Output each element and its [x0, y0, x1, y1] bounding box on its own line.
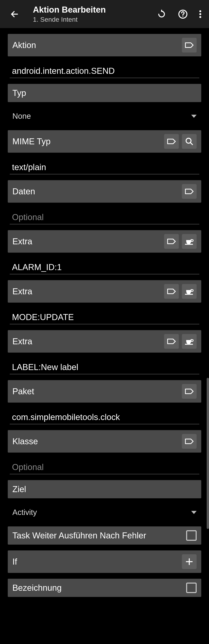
section-label: Paket [12, 386, 180, 396]
coffee-icon [185, 288, 194, 295]
tag-button[interactable] [164, 234, 179, 249]
page-subtitle: 1. Sende Intent [33, 16, 157, 23]
tag-button[interactable] [182, 38, 197, 52]
section-extra-3: Extra [8, 330, 201, 352]
tag-icon [185, 388, 194, 394]
coffee-icon [185, 238, 194, 245]
chevron-down-icon [191, 511, 197, 514]
svg-rect-8 [185, 244, 193, 245]
search-button[interactable] [182, 134, 197, 149]
section-typ: Typ [8, 84, 201, 102]
aktion-input[interactable]: android.intent.action.SEND [10, 62, 199, 78]
dropdown-value: None [12, 112, 191, 120]
typ-dropdown[interactable]: None [8, 108, 201, 124]
coffee-button[interactable] [182, 334, 197, 349]
svg-point-5 [199, 16, 201, 18]
tag-button[interactable] [182, 184, 197, 199]
svg-rect-9 [185, 294, 193, 295]
extra1-input[interactable]: ALARM_ID:1 [10, 258, 199, 274]
section-bezeichnung[interactable]: Bezeichnung [8, 579, 201, 597]
undo-button[interactable] [157, 9, 166, 19]
section-if: If [8, 550, 201, 573]
section-extra-2: Extra [8, 280, 201, 303]
klasse-input[interactable]: Optional [10, 458, 199, 474]
mime-input[interactable]: text/plain [10, 158, 199, 174]
chevron-down-icon [191, 115, 197, 118]
page-title: Aktion Bearbeiten [33, 5, 157, 14]
coffee-icon [185, 338, 194, 345]
section-aktion: Aktion [8, 34, 201, 56]
section-label: Typ [12, 88, 197, 98]
tag-icon [167, 288, 176, 294]
coffee-button[interactable] [182, 234, 197, 249]
section-extra-1: Extra [8, 230, 201, 253]
section-label: If [12, 557, 180, 566]
section-label: Extra [12, 336, 164, 346]
svg-rect-10 [185, 344, 193, 345]
section-mime: MIME Typ [8, 130, 201, 153]
section-label: Aktion [12, 40, 180, 50]
tag-button[interactable] [164, 284, 179, 299]
tag-icon [167, 138, 176, 144]
ziel-dropdown[interactable]: Activity [8, 504, 201, 520]
section-label: Bezeichnung [12, 583, 184, 593]
app-bar: Aktion Bearbeiten 1. Sende Intent [0, 0, 209, 28]
section-label: Klasse [12, 436, 180, 446]
section-paket: Paket [8, 380, 201, 402]
tag-icon [185, 438, 194, 444]
section-label: Extra [12, 236, 164, 246]
tag-button[interactable] [182, 384, 197, 399]
daten-input[interactable]: Optional [10, 208, 199, 224]
scrollbar-thumb[interactable] [207, 378, 209, 529]
overflow-menu-button[interactable] [199, 10, 201, 18]
bezeichnung-checkbox[interactable] [186, 582, 197, 593]
tag-button[interactable] [164, 334, 179, 349]
svg-point-3 [199, 10, 201, 12]
add-if-button[interactable] [182, 554, 197, 569]
help-button[interactable] [178, 9, 188, 19]
section-label: Ziel [12, 484, 197, 494]
coffee-button[interactable] [182, 284, 197, 299]
section-label: Daten [12, 186, 180, 196]
back-button[interactable] [8, 7, 21, 21]
dropdown-value: Activity [12, 508, 191, 517]
continue-checkbox[interactable] [186, 530, 197, 541]
tag-button[interactable] [182, 434, 197, 449]
section-ziel: Ziel [8, 480, 201, 498]
tag-icon [167, 338, 176, 344]
section-daten: Daten [8, 180, 201, 203]
section-label: MIME Typ [12, 136, 164, 146]
titles: Aktion Bearbeiten 1. Sende Intent [33, 5, 157, 23]
extra3-input[interactable]: LABEL:New label [10, 358, 199, 374]
search-icon [185, 137, 194, 146]
tag-icon [185, 188, 194, 194]
section-klasse: Klasse [8, 430, 201, 452]
paket-input[interactable]: com.simplemobiletools.clock [10, 408, 199, 424]
content: Aktion android.intent.action.SEND Typ No… [0, 28, 209, 603]
tag-button[interactable] [164, 134, 179, 149]
section-label: Extra [12, 286, 164, 296]
arrow-left-icon [10, 10, 19, 18]
tag-icon [167, 238, 176, 244]
section-continue-on-error[interactable]: Task Weiter Ausführen Nach Fehler [8, 526, 201, 544]
section-label: Task Weiter Ausführen Nach Fehler [12, 531, 184, 540]
svg-point-4 [199, 13, 201, 15]
svg-line-7 [191, 142, 193, 145]
plus-icon [185, 558, 193, 566]
tag-icon [185, 42, 194, 48]
extra2-input[interactable]: MODE:UPDATE [10, 308, 199, 324]
